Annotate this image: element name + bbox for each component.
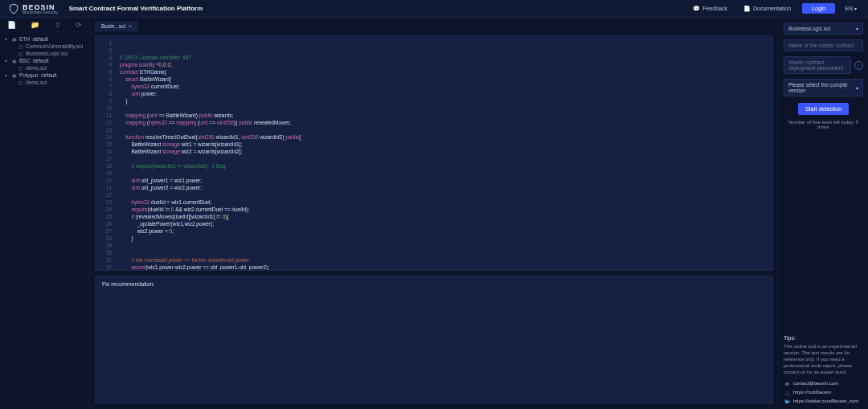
compiler-select-value: Please select the compile version [788,82,856,93]
tree-label: BSC_default [19,58,49,63]
code-line: require(duelId != 0 && wiz2.currentDuel … [120,206,768,213]
github-icon: ◌ [784,389,790,395]
refresh-icon[interactable]: ⟳ [76,21,82,29]
code-line: } [120,97,768,104]
chevron-down-icon: ▾ [5,72,10,78]
login-button[interactable]: Login [802,3,835,14]
code-line: pragma solidity ^0.8.0; [120,61,768,68]
file-icon: ◫ [18,43,23,49]
start-detection-button[interactable]: Start detection [798,103,849,115]
tree-label: demo.sol [26,65,47,71]
file-icon: ◫ [18,80,23,85]
rightbar: BusinessLogic.sol ▾ Name of the master c… [778,18,868,409]
code-line [120,126,768,133]
contact-email-link[interactable]: ✉ contact@beosin.com [784,380,863,387]
code-line [120,104,768,112]
tab-label: Busin...sol [101,23,125,29]
twitter-link[interactable]: 🐦 https://twitter.com/Beosin_com [784,398,863,404]
tree-folder[interactable]: ▾▣Polygon_default [3,72,86,79]
file-tree: ▾▣ETH_default◫CommonVulnerability.sol◫Bu… [0,32,89,89]
tips-body: This online tool is an experimental vers… [784,343,863,375]
tabbar: Busin...sol × [90,18,778,32]
code-line: _updatePower(wiz1,wiz2.power); [120,220,768,227]
code-line: wiz2.power = 0; [120,227,768,235]
contract-select[interactable]: BusinessLogic.sol ▾ [784,22,863,35]
close-icon[interactable]: × [129,23,132,29]
new-folder-icon[interactable]: 📁 [31,21,39,29]
github-text: https://cutt/beosin [793,390,831,395]
code-line: BattleWizard storage wiz2 = wizards[wiza… [120,148,768,155]
code-line: assert(wiz1.power-wiz2.power == old_powe… [120,264,768,270]
line-gutter: 1234567891011121314151617181920212223242… [96,36,115,270]
panel-title: Fix recommendation: [102,281,766,287]
doc-icon: 📄 [743,6,751,12]
deploy-params-input[interactable]: Master contract deployment parameters [784,56,851,74]
brand: BEOSIN Blockchain Security [8,3,58,14]
tips-title: Tips: [784,335,863,341]
chevron-down-icon: ▾ [5,58,10,63]
language-label: EN [845,6,853,11]
info-icon[interactable]: i [854,61,863,70]
code-line: uint old_power2 = wiz2.power; [120,184,768,191]
brand-tagline: Blockchain Security [23,10,58,14]
code-line: bytes32 currentDuel; [120,83,768,90]
file-icon: ◫ [18,51,23,56]
code-line [120,170,768,177]
twitter-icon: 🐦 [784,398,790,404]
folder-icon: ▣ [12,36,17,42]
feedback-link[interactable]: 💬 Feedback [688,3,732,14]
folder-icon: ▣ [12,58,17,63]
recommendation-panel: Fix recommendation: [95,276,773,404]
twitter-text: https://twitter.com/Beosin_com [793,399,858,403]
contract-select-value: BusinessLogic.sol [788,26,830,31]
code-line: bytes32 duelId = wiz1.currentDuel; [120,198,768,206]
code-line: BattleWizard storage wiz1 = wizards[wiza… [120,141,768,148]
language-switch[interactable]: EN ▾ [841,3,860,14]
email-text: contact@beosin.com [793,381,838,386]
compiler-select[interactable]: Please select the compile version ▾ [784,79,863,96]
code-area[interactable]: // SPDX-License-Identifier: MITpragma so… [115,36,772,270]
tree-label: demo.sol [26,80,47,85]
code-line: } [120,235,768,242]
tree-file[interactable]: ◫BusinessLogic.sol [3,50,86,57]
feedback-label: Feedback [702,6,727,11]
product-name: Smart Contract Formal Verification Platf… [69,5,203,12]
tree-folder[interactable]: ▾▣BSC_default [3,57,86,64]
docs-link[interactable]: 📄 Documentation [739,3,796,14]
main: Busin...sol × 12345678910111213141516171… [90,18,778,409]
tree-file[interactable]: ◫CommonVulnerability.sol [3,43,86,50]
tree-file[interactable]: ◫demo.sol [3,64,86,72]
tree-label: Polygon_default [19,72,57,78]
code-line: // the increased power == former transfe… [120,256,768,264]
sidebar-toolbar: 📄 📁 ⇧ ⟳ [0,18,89,32]
code-line [120,191,768,198]
code-line [120,47,768,54]
code-line: if (revealedMoves[duelId][wizardId1] != … [120,213,768,220]
code-line: // require(wizardId1 != wizardId2); // B… [120,162,768,170]
chevron-down-icon: ▾ [854,6,857,11]
code-line: function resolveTimedOutDuel(uint256 wiz… [120,133,768,141]
upload-icon[interactable]: ⇧ [55,21,61,29]
github-link[interactable]: ◌ https://cutt/beosin [784,389,863,395]
chevron-down-icon: ▾ [5,36,10,42]
editor-tab[interactable]: Busin...sol × [95,21,138,31]
sidebar: 📄 📁 ⇧ ⟳ ▾▣ETH_default◫CommonVulnerabilit… [0,18,90,409]
code-line [120,242,768,249]
code-line [120,39,768,47]
code-line: mapping (uint => BattleWizard) public wi… [120,112,768,119]
tree-label: ETH_default [19,36,48,42]
header: BEOSIN Blockchain Security Smart Contrac… [0,0,868,18]
code-editor[interactable]: 1234567891011121314151617181920212223242… [95,35,773,271]
master-name-input[interactable]: Name of the master contract [784,39,863,51]
file-icon: ◫ [18,65,23,71]
code-line: struct BattleWizard{ [120,76,768,83]
chevron-down-icon: ▾ [856,85,858,91]
tree-label: BusinessLogic.sol [26,51,68,56]
tree-file[interactable]: ◫demo.sol [3,79,86,86]
code-line [120,155,768,162]
chat-icon: 💬 [693,6,700,12]
tree-folder[interactable]: ▾▣ETH_default [3,35,86,43]
mail-icon: ✉ [784,380,790,387]
new-file-icon[interactable]: 📄 [7,21,16,29]
code-line [120,249,768,256]
